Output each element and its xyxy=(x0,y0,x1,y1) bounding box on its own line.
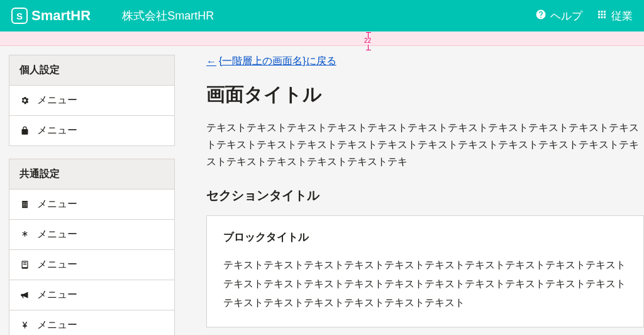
header-left: S SmartHR 株式会社SmartHR xyxy=(11,8,214,24)
sidebar-section-common: 共通設定 メニュー メニュー メニュー メニュー メニュー xyxy=(9,159,175,335)
megaphone-icon xyxy=(19,290,30,300)
section-title: セクションタイトル xyxy=(206,187,644,204)
lock-icon xyxy=(19,126,30,135)
sidebar-item-label: メニュー xyxy=(37,228,77,241)
sidebar-item[interactable]: メニュー xyxy=(9,220,174,250)
sidebar-item[interactable]: メニュー xyxy=(9,310,174,335)
yen-icon xyxy=(19,321,30,330)
help-label: ヘルプ xyxy=(550,9,582,23)
header-right: ヘルプ 従業 xyxy=(535,9,633,23)
section-title: 共通設定 xyxy=(9,159,174,190)
book-icon xyxy=(19,260,30,270)
asterisk-icon xyxy=(19,230,30,239)
sidebar-item[interactable]: メニュー xyxy=(9,86,174,116)
employee-link[interactable]: 従業 xyxy=(596,9,633,23)
employee-label: 従業 xyxy=(611,9,633,23)
logo[interactable]: S SmartHR xyxy=(11,8,91,24)
sidebar-section-personal: 個人設定 メニュー メニュー xyxy=(9,55,175,146)
logo-text: SmartHR xyxy=(31,8,91,24)
sidebar-item[interactable]: メニュー xyxy=(9,190,174,220)
app-header: S SmartHR 株式会社SmartHR ヘルプ 従業 xyxy=(0,0,644,31)
gear-icon xyxy=(19,96,30,105)
content-block: ブロックタイトル テキストテキストテキストテキストテキストテキストテキストテキス… xyxy=(206,215,644,327)
sidebar-item-label: メニュー xyxy=(37,258,77,271)
main-content: ← {一階層上の画面名}に戻る 画面タイトル テキストテキストテキストテキストテ… xyxy=(184,46,644,335)
sidebar: 個人設定 メニュー メニュー 共通設定 メニュー メニュー メニュー xyxy=(0,46,184,335)
sidebar-item-label: メニュー xyxy=(37,94,77,107)
building-icon xyxy=(19,200,30,209)
layout: 個人設定 メニュー メニュー 共通設定 メニュー メニュー メニュー xyxy=(0,46,644,335)
sidebar-item-label: メニュー xyxy=(37,198,77,211)
spacing-value: 22 xyxy=(364,38,371,44)
sidebar-item-label: メニュー xyxy=(37,288,77,302)
section-title: 個人設定 xyxy=(9,55,174,86)
arrow-left-icon: ← xyxy=(206,56,216,67)
help-icon xyxy=(535,9,547,23)
block-title: ブロックタイトル xyxy=(223,230,627,244)
spacing-marker: 22 xyxy=(364,38,371,44)
spacing-annotation-bar: 22 xyxy=(0,31,644,46)
logo-icon: S xyxy=(11,8,28,24)
block-text: テキストテキストテキストテキストテキストテキストテキストテキストテキストテキスト… xyxy=(223,256,627,313)
help-link[interactable]: ヘルプ xyxy=(535,9,582,23)
grid-icon xyxy=(596,9,608,23)
page-title: 画面タイトル xyxy=(206,82,644,108)
page-description: テキストテキストテキストテキストテキストテキストテキストテキストテキストテキスト… xyxy=(206,119,644,171)
sidebar-item[interactable]: メニュー xyxy=(9,250,174,280)
sidebar-item-label: メニュー xyxy=(37,124,77,137)
sidebar-item[interactable]: メニュー xyxy=(9,280,174,310)
sidebar-item-label: メニュー xyxy=(37,319,77,332)
back-link-label: {一階層上の画面名}に戻る xyxy=(219,55,336,68)
back-link[interactable]: ← {一階層上の画面名}に戻る xyxy=(206,55,336,68)
sidebar-item[interactable]: メニュー xyxy=(9,116,174,145)
company-name: 株式会社SmartHR xyxy=(122,8,214,23)
